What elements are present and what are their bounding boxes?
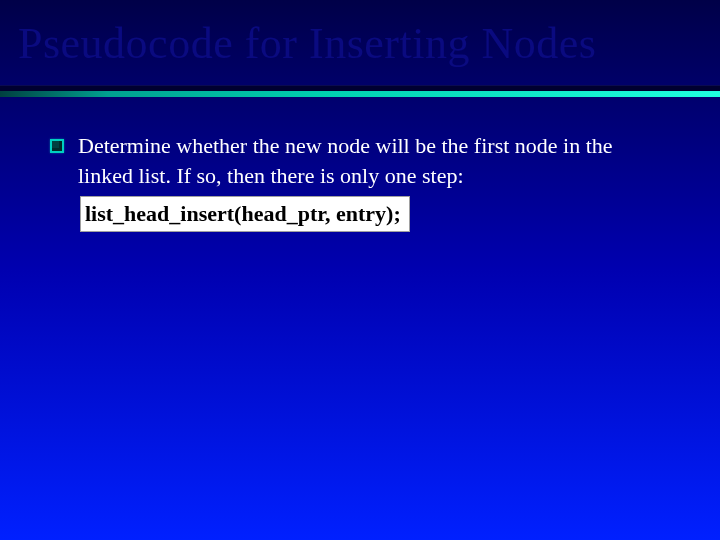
slide-content: Determine whether the new node will be t…: [0, 99, 720, 232]
bullet-item: Determine whether the new node will be t…: [50, 131, 670, 190]
square-bullet-icon: [50, 139, 64, 153]
bullet-text: Determine whether the new node will be t…: [78, 131, 670, 190]
title-area: Pseudocode for Inserting Nodes: [0, 0, 720, 79]
slide-title: Pseudocode for Inserting Nodes: [18, 18, 702, 69]
code-snippet: list_head_insert(head_ptr, entry);: [80, 196, 410, 232]
title-divider: [0, 85, 720, 99]
